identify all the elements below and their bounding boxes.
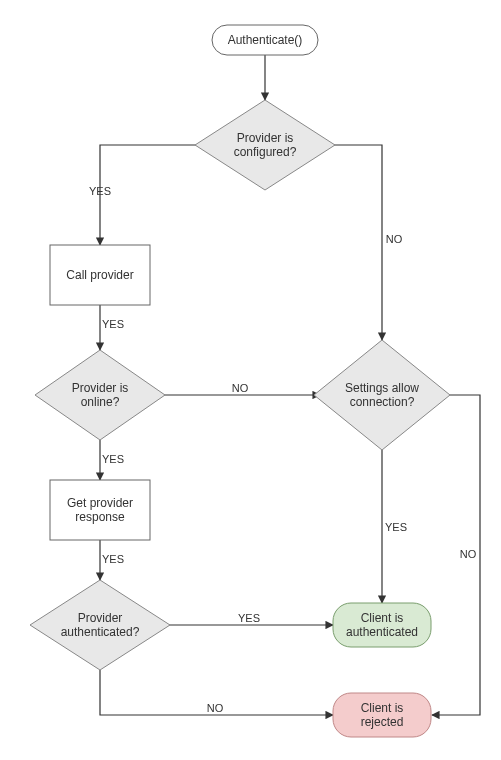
text-settings-l1: Settings allow bbox=[345, 381, 419, 395]
edge-configured-no bbox=[330, 145, 382, 340]
label-yes-3: YES bbox=[102, 453, 124, 465]
text-client-rej-l1: Client is bbox=[361, 701, 404, 715]
text-client-auth-l1: Client is bbox=[361, 611, 404, 625]
label-yes-2: YES bbox=[102, 318, 124, 330]
label-no-3: NO bbox=[207, 702, 224, 714]
label-yes-4: YES bbox=[102, 553, 124, 565]
label-yes-5: YES bbox=[238, 612, 260, 624]
text-configured-l2: configured? bbox=[234, 145, 297, 159]
label-yes-6: YES bbox=[385, 521, 407, 533]
text-online-l1: Provider is bbox=[72, 381, 129, 395]
text-client-auth-l2: authenticated bbox=[346, 625, 418, 639]
text-configured-l1: Provider is bbox=[237, 131, 294, 145]
edge-configured-yes bbox=[100, 145, 200, 245]
label-no-2: NO bbox=[232, 382, 249, 394]
text-get-response-l1: Get provider bbox=[67, 496, 133, 510]
text-call-provider: Call provider bbox=[66, 268, 133, 282]
flowchart: YES NO YES NO YES YES YES NO YES NO Auth… bbox=[0, 0, 501, 760]
text-get-response-l2: response bbox=[75, 510, 125, 524]
label-yes-1: YES bbox=[89, 185, 111, 197]
text-settings-l2: connection? bbox=[350, 395, 415, 409]
text-online-l2: online? bbox=[81, 395, 120, 409]
text-start: Authenticate() bbox=[228, 33, 303, 47]
text-authd-l2: authenticated? bbox=[61, 625, 140, 639]
label-no-1: NO bbox=[386, 233, 403, 245]
text-client-rej-l2: rejected bbox=[361, 715, 404, 729]
text-authd-l1: Provider bbox=[78, 611, 123, 625]
label-no-4: NO bbox=[460, 548, 477, 560]
